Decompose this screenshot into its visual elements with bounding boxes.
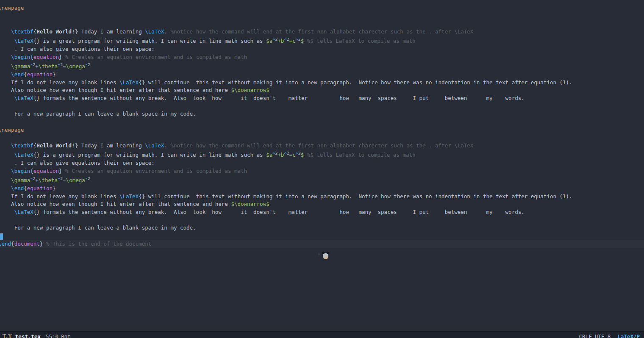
buffer-line [0,134,644,142]
token-txt: . I can also give equations their own sp… [0,46,155,52]
token-math: $\downarrow$ [231,87,269,93]
token-sup: 2 [275,37,278,42]
token-caret: ^ [284,152,286,157]
token-caret: ^ [295,38,298,43]
token-cmt: %notice how the command will end at the … [170,142,473,149]
token-cmd: \begin [11,54,30,60]
buffer-line: \end{document} % This is the end of the … [0,240,644,248]
token-math: \gamma [11,63,30,69]
buffer-line: \textbf{Hello World!} Today I am learnin… [0,28,644,36]
token-txt [0,63,11,69]
token-txt [0,95,14,101]
token-cmd: \end [11,185,24,191]
buffer-line: \newpage [0,4,644,12]
token-math: =c [289,152,295,158]
token-cmd: \LaTeX [14,95,33,101]
token-cmd: \LaTeX [145,142,164,149]
token-math: =c [289,38,295,44]
token-cmd: \end [11,71,24,78]
token-cmd: \LaTeX [145,28,164,35]
token-sup: 2 [88,176,90,181]
encoding-indicator[interactable]: UTF-8 [595,333,611,338]
token-txt: { [24,185,27,191]
token-txt: + [35,177,39,183]
token-txt: {} will continue this text without makin… [139,79,572,86]
token-txt: {} is a great program for writing math. … [33,152,266,158]
pointer-artifact: ✕ [318,251,330,260]
buffer-line: If I do not leave any blank lines \LaTeX… [0,79,644,87]
buffer-line: For a new paragraph I can leave a blank … [0,110,644,118]
token-txt [0,28,11,35]
token-cmt: % Creates an equation environment and is… [65,54,247,60]
token-txt [0,209,14,215]
token-txt: = [63,177,66,183]
token-cmd: \textbf [11,28,33,35]
token-b: Hello World! [36,28,75,35]
token-txt [0,54,11,60]
buffer-line: For a new paragraph I can leave a blank … [0,224,644,232]
buffer-line: \newpage [0,126,644,134]
token-caret: ^ [284,38,286,43]
token-caret: ^ [272,38,275,43]
buffer-line: \gamma^2+\theta^2=\omega^2 [0,61,644,71]
token-txt [0,177,11,183]
token-sup: 2 [33,176,36,181]
token-txt: } [53,185,56,191]
buffer-line [0,232,644,240]
buffer-line: \gamma^2+\theta^2=\omega^2 [0,175,644,185]
buffer-line: \begin{equation} % Creates an equation e… [0,167,644,175]
token-cmt: %notice how the command will end at the … [170,28,473,35]
token-txt [0,71,11,78]
modeline-right: CRLF UTF-8 LaTeX/P [579,333,640,338]
token-txt: . [164,142,170,149]
buffer-line: \textbf{Hello World!} Today I am learnin… [0,142,644,150]
token-txt: { [24,71,27,78]
token-cmd: \textbf [11,142,33,149]
token-math: $a [266,38,272,44]
token-math: \theta [39,177,58,183]
token-caret: ^ [272,152,275,157]
buffer-scroll-position[interactable]: Bot [61,333,71,338]
token-math: \gamma [11,177,30,183]
buffer-filename[interactable]: test.tex [15,333,41,338]
token-env: equation [33,54,59,60]
x-cursor-icon: ✕ [318,252,319,256]
token-sup: 2 [60,176,63,181]
buffer-line [0,12,644,20]
token-sup: 2 [275,151,278,155]
token-txt: {} will continue this text without makin… [139,193,572,199]
token-txt: { [30,168,33,174]
buffer-line: \LaTeX{} is a great program for writing … [0,150,644,159]
buffer-line: . I can also give equations their own sp… [0,159,644,167]
token-txt: Also notice how even though I hit enter … [0,87,231,93]
token-math: $ [301,38,304,44]
token-sup: 2 [88,62,90,67]
token-cmd: \LaTeX [119,193,139,199]
modeline: TEX test.tex 55:0 Bot CRLF UTF-8 LaTeX/P [0,331,644,338]
major-mode-indicator[interactable]: LaTeX/P [617,333,640,338]
token-sup: 2 [298,151,301,155]
token-txt: } Today I am learning [75,142,145,149]
token-txt: If I do not leave any blank lines [0,79,119,86]
token-txt: Also notice how even though I hit enter … [0,201,231,207]
token-txt [0,152,14,158]
editor-buffer[interactable]: \newpage \textbf{Hello World!} Today I a… [0,4,644,248]
token-math: $\downarrow$ [231,201,269,207]
token-sup: 2 [287,37,289,42]
text-cursor [0,233,3,240]
token-cmd: \LaTeX [14,209,33,215]
token-txt: } [59,168,65,174]
token-warn: \newpage [0,127,24,133]
buffer-line [0,20,644,28]
token-cmt: %$ tells LaTexX to compile as math [307,38,416,44]
eol-indicator[interactable]: CRLF [579,333,592,338]
token-sup: 2 [287,151,289,155]
token-caret: ^ [30,63,33,68]
token-math: \omega [66,63,85,69]
token-caret: ^ [30,177,33,182]
buffer-line [0,103,644,111]
token-env: equation [33,168,59,174]
cursor-position[interactable]: 55:0 [46,333,58,338]
token-txt: } Today I am learning [75,28,145,35]
token-cmd: \begin [11,168,30,174]
